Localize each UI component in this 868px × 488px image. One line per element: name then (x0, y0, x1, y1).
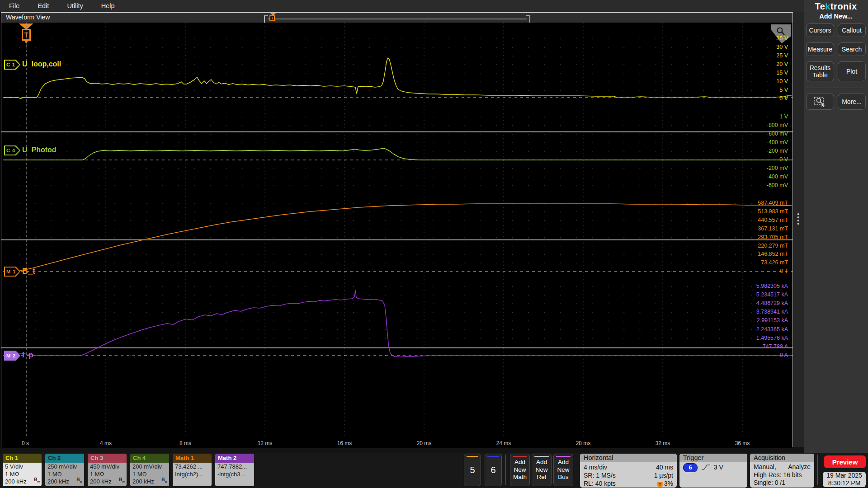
math1-scale-label: 220.279 mT (758, 243, 788, 249)
badge-line: -intg(ch3... (217, 471, 254, 479)
zoom-select-button[interactable] (806, 94, 834, 110)
add-new-math-button[interactable]: Add New Math (510, 454, 530, 486)
math1-scale-label: 367.131 mT (758, 225, 788, 232)
minimap-trigger-marker[interactable]: T (269, 13, 277, 22)
button-color-stripe (534, 456, 549, 457)
menu-help[interactable]: Help (101, 2, 115, 9)
badge-line: 200 mV/div (132, 463, 169, 471)
math1-trace (5, 204, 792, 272)
ch1-scale-label: 10 V (776, 78, 788, 84)
add-new-bus-button[interactable]: Add New Bus (553, 454, 573, 486)
badge-math1[interactable]: Math 173.4262 ...Intg(ch2)... (173, 454, 212, 486)
waveform-canvas[interactable] (1, 23, 793, 438)
horizontal-row-left: RL: 40 kpts (584, 479, 616, 488)
ch4-channel-tag[interactable]: C 4 (4, 145, 20, 155)
horizontal-position-minimap[interactable]: T (264, 13, 530, 23)
badge-line: 73.4262 ... (175, 463, 212, 471)
math2-scale-label: 2.991153 kA (757, 317, 788, 324)
math2-scale-label: 747.788 A (763, 343, 788, 350)
badge-title: Ch 4 (130, 454, 169, 463)
badge-math2[interactable]: Math 2747.7882...-intg(ch3... (215, 454, 254, 486)
tekscope-app: FileEditUtilityHelp Waveform View T T (0, 0, 868, 488)
xaxis-tick-label: 36 ms (735, 440, 750, 446)
trigger-panel-title: Trigger (679, 454, 747, 462)
bandwidth-limit-icon: Bw (119, 476, 125, 486)
sidebar-button-measure[interactable]: Measure (806, 42, 834, 56)
badge-ch1[interactable]: Ch 15 V/div1 MΩ200 kHzBw (3, 454, 42, 486)
acquisition-panel[interactable]: Acquisition Manual, Analyze High Res: 16… (750, 454, 814, 488)
channel-button-5[interactable]: 5 (464, 454, 481, 486)
waveform-plot-area[interactable]: T 35 V30 V25 V20 V15 V10 V5 V0 VC 1U_loo… (1, 23, 793, 448)
badge-title: Ch 1 (3, 454, 42, 463)
math1-scale-label: 73.426 mT (761, 259, 788, 266)
badge-ch3[interactable]: Ch 3450 mV/div1 MΩ200 kHzBw (88, 454, 127, 486)
splitter-handle-icon[interactable]: •••• (797, 212, 799, 225)
trigger-t-icon: T (269, 15, 275, 21)
sidebar-button-plot[interactable]: Plot (838, 61, 866, 81)
ch4-scale-label: 800 mV (769, 122, 788, 128)
math1-channel-tag[interactable]: M 1 (4, 267, 20, 277)
math2-scale-label: 3.738941 kA (756, 309, 788, 315)
preview-button[interactable]: Preview (824, 455, 866, 468)
trigger-panel[interactable]: Trigger 6 3 V (679, 454, 747, 488)
acquisition-panel-title: Acquisition (750, 454, 814, 462)
channel-color-stripe (467, 456, 478, 457)
sidebar-button-search[interactable]: Search (838, 42, 866, 56)
badge-title: Ch 3 (88, 454, 127, 463)
sidebar-divider (807, 88, 865, 88)
ch4-waveform-name[interactable]: U_Photod (22, 146, 57, 154)
badge-ch4[interactable]: Ch 4200 mV/div1 MΩ200 kHzBw (130, 454, 169, 486)
more-button[interactable]: More... (838, 94, 866, 110)
ch4-scale-label: 1 V (779, 113, 788, 120)
horizontal-row-right: 40 ms (656, 463, 673, 471)
math2-scale-label: 2.243365 kA (756, 326, 788, 333)
badge-line: 5 V/div (5, 463, 42, 471)
math2-channel-tag[interactable]: M 2 (4, 351, 20, 361)
badge-line: Intg(ch2)... (175, 471, 212, 479)
sidebar-button-results-table[interactable]: Results Table (806, 61, 834, 81)
menu-edit[interactable]: Edit (38, 2, 49, 9)
ch1-channel-tag[interactable]: C 1 (4, 60, 20, 70)
add-new-ref-button[interactable]: Add New Ref (532, 454, 552, 486)
math1-scale-label: 440.557 mT (758, 217, 788, 223)
math1-scale-label: 146.852 mT (758, 251, 788, 257)
trigger-marker-icon: T (657, 482, 663, 488)
menu-file[interactable]: File (9, 2, 19, 9)
menu-utility[interactable]: Utility (67, 2, 83, 9)
panel-splitter[interactable]: •••• (793, 12, 804, 447)
badge-settings: 73.4262 ...Intg(ch2)... (173, 463, 212, 486)
minimap-track (268, 19, 527, 19)
ch4-scale-label: 200 mV (769, 148, 788, 154)
xaxis-tick-label: 16 ms (337, 440, 352, 446)
math1-waveform-name[interactable]: B_t (22, 267, 35, 276)
bandwidth-limit-icon: Bw (161, 476, 167, 486)
xaxis-tick-label: 12 ms (258, 440, 273, 446)
horizontal-panel-body: 4 ms/div40 msSR: 1 MS/s1 µs/ptRL: 40 kpt… (580, 462, 677, 488)
channel-button-6[interactable]: 6 (485, 454, 502, 486)
button-color-stripe (513, 456, 527, 457)
tab-waveform-view[interactable]: Waveform View (6, 14, 50, 21)
time-text: 8:30:12 PM (823, 479, 866, 487)
badge-settings: 5 V/div1 MΩ200 kHzBw (3, 463, 42, 486)
horizontal-row-right: 1 µs/pt (654, 471, 673, 479)
menu-bar: FileEditUtilityHelp (0, 0, 804, 12)
ch1-scale-label: 20 V (776, 61, 788, 67)
zoom-select-icon (813, 96, 827, 108)
sidebar-button-callout[interactable]: Callout (838, 23, 866, 37)
acquisition-single: Single: 0 /1 (754, 479, 811, 487)
ch4-scale-label: -200 mV (767, 165, 788, 171)
separator (817, 455, 818, 485)
sidebar-button-cursors[interactable]: Cursors (806, 23, 834, 37)
ch1-trace (4, 58, 792, 99)
settings-bar: Horizontal 4 ms/div40 msSR: 1 MS/s1 µs/p… (0, 453, 868, 488)
math2-waveform-name[interactable]: I_p (22, 351, 33, 360)
sidebar: Tektronix Add New... CursorsCalloutMeasu… (804, 0, 868, 453)
badge-ch2[interactable]: Ch 2250 mV/div1 MΩ200 kHzBw (45, 454, 84, 486)
badge-line: 450 mV/div (90, 463, 127, 471)
ch1-waveform-name[interactable]: U_loop,coil (22, 60, 61, 68)
add-new-heading: Add New... (804, 13, 868, 20)
date-text: 19 Mar 2025 (823, 472, 866, 479)
horizontal-panel[interactable]: Horizontal 4 ms/div40 msSR: 1 MS/s1 µs/p… (580, 454, 677, 488)
math1-scale-label: 513.983 mT (758, 208, 788, 215)
math1-scale-label: 587.409 mT (758, 200, 788, 206)
